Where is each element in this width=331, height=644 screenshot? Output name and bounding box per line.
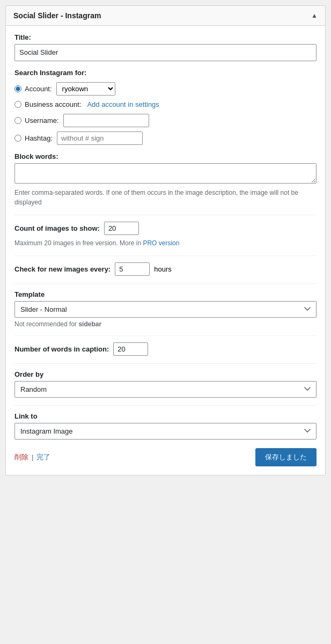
template-group: Template Slider - Normal Grid Masonry No… xyxy=(14,290,317,328)
hashtag-input[interactable] xyxy=(57,131,143,145)
check-interval-group: Check for new images every: hours xyxy=(14,262,317,276)
business-row: Business account: Add account in setting… xyxy=(14,100,317,109)
account-row: Account: ryokown xyxy=(14,82,317,96)
username-row: Username: xyxy=(14,114,317,127)
link-to-label: Link to xyxy=(14,412,317,420)
business-radio-label: Business account: xyxy=(25,100,82,108)
footer-row: 削除 | 完了 保存しました xyxy=(14,448,317,466)
block-words-label: Block words: xyxy=(14,152,317,160)
account-select[interactable]: ryokown xyxy=(56,82,115,96)
collapse-icon: ▲ xyxy=(311,12,318,19)
account-radio[interactable] xyxy=(14,85,21,92)
count-images-input[interactable] xyxy=(104,222,139,235)
hashtag-radio-label: Hashtag: xyxy=(25,134,53,142)
divider-2 xyxy=(14,255,317,256)
save-button[interactable]: 保存しました xyxy=(255,448,317,466)
title-field-group: Title: xyxy=(14,33,317,61)
username-radio-label: Username: xyxy=(25,116,59,125)
caption-words-input[interactable] xyxy=(113,342,148,356)
hashtag-radio[interactable] xyxy=(14,135,21,142)
divider-6 xyxy=(14,405,317,406)
pro-version-link[interactable]: PRO version xyxy=(143,239,179,247)
caption-words-label: Number of words in caption: xyxy=(14,345,109,353)
caption-words-row: Number of words in caption: xyxy=(14,342,317,356)
search-label: Search Instagram for: xyxy=(14,69,317,77)
count-images-helper: Maximum 20 images in free version. More … xyxy=(14,238,317,248)
order-by-label: Order by xyxy=(14,370,317,378)
template-note: Not recommended for sidebar xyxy=(14,320,317,328)
link-to-group: Link to Instagram Image None Custom URL xyxy=(14,412,317,440)
business-radio[interactable] xyxy=(14,101,21,108)
template-label: Template xyxy=(14,290,317,298)
template-note-prefix: Not recommended for xyxy=(14,320,78,328)
order-by-select[interactable]: Random Latest Oldest xyxy=(14,381,317,398)
username-input[interactable] xyxy=(63,114,149,127)
title-input[interactable] xyxy=(14,44,317,61)
divider-3 xyxy=(14,283,317,284)
search-section: Search Instagram for: Account: ryokown B… xyxy=(14,69,317,145)
count-images-group: Count of images to show: Maximum 20 imag… xyxy=(14,222,317,248)
widget-header[interactable]: Social Slider - Instagram ▲ xyxy=(6,6,325,26)
count-images-helper-prefix: Maximum 20 images in free version. More … xyxy=(14,239,143,247)
account-radio-label: Account: xyxy=(25,85,52,93)
block-words-input[interactable] xyxy=(14,163,317,184)
check-interval-row: Check for new images every: hours xyxy=(14,262,317,276)
caption-words-group: Number of words in caption: xyxy=(14,342,317,356)
done-link[interactable]: 完了 xyxy=(36,452,50,462)
widget-container: Social Slider - Instagram ▲ Title: Searc… xyxy=(5,5,326,475)
block-words-group: Block words: Enter comma-separated words… xyxy=(14,152,317,207)
link-to-select[interactable]: Instagram Image None Custom URL xyxy=(14,423,317,440)
divider-5 xyxy=(14,363,317,364)
delete-link[interactable]: 削除 xyxy=(14,452,28,462)
hashtag-row: Hashtag: xyxy=(14,131,317,145)
count-images-row: Count of images to show: xyxy=(14,222,317,235)
count-images-label: Count of images to show: xyxy=(14,224,100,232)
template-note-bold: sidebar xyxy=(78,320,101,328)
add-account-link[interactable]: Add account in settings xyxy=(87,100,159,108)
check-interval-suffix: hours xyxy=(154,265,172,273)
order-by-group: Order by Random Latest Oldest xyxy=(14,370,317,398)
footer-left: 削除 | 完了 xyxy=(14,452,50,462)
widget-title: Social Slider - Instagram xyxy=(13,11,101,20)
footer-separator: | xyxy=(32,453,33,461)
divider-4 xyxy=(14,335,317,336)
divider-1 xyxy=(14,215,317,215)
template-select[interactable]: Slider - Normal Grid Masonry xyxy=(14,301,317,318)
username-radio[interactable] xyxy=(14,117,21,124)
check-interval-input[interactable] xyxy=(115,262,150,276)
block-words-helper: Enter comma-separated words. If one of t… xyxy=(14,188,317,207)
widget-body: Title: Search Instagram for: Account: ry… xyxy=(6,26,325,475)
title-label: Title: xyxy=(14,33,317,41)
check-interval-label: Check for new images every: xyxy=(14,265,111,273)
